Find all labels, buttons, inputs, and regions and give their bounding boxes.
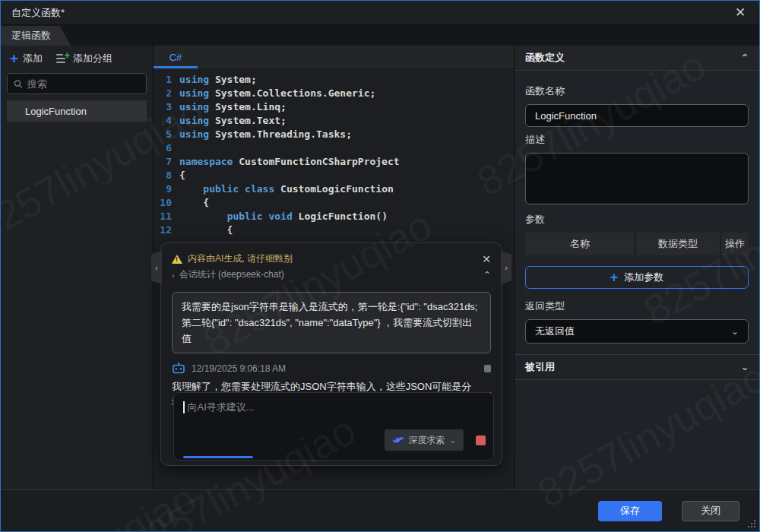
chevron-down-icon: ⌄ — [450, 436, 456, 445]
ai-message-timestamp: 12/19/2025 9:06:18 AM — [192, 363, 286, 374]
ai-chat-panel: ‹ › 内容由AI生成, 请仔细甄别 ✕ › 会话统计 (deepseek-ch… — [160, 242, 502, 466]
editor-tab-bar: C# — [154, 46, 514, 68]
close-button[interactable]: 关闭 — [682, 501, 739, 521]
code-line: 11 public void LogicFunction() — [154, 210, 514, 223]
custom-function-dialog: 自定义函数* ✕ 逻辑函数 + 添加 + 添加分组 — [0, 0, 760, 532]
code-line: 12 { — [154, 223, 514, 237]
function-definition-header[interactable]: 函数定义 ⌃ — [515, 46, 759, 71]
search-input[interactable] — [27, 78, 140, 90]
code-line: 2using System.Collections.Generic; — [154, 87, 514, 100]
code-line: 10 { — [154, 196, 514, 210]
ai-warning-text: 内容由AI生成, 请仔细甄别 — [188, 252, 293, 265]
input-placeholder: 向AI寻求建议... — [188, 401, 255, 414]
model-name: 深度求索 — [409, 434, 445, 447]
tab-csharp[interactable]: C# — [154, 46, 198, 68]
ai-warning-row: 内容由AI生成, 请仔细甄别 ✕ — [172, 252, 491, 265]
code-line: 9 public class CustomLogicFunction — [154, 182, 514, 196]
function-name-input[interactable] — [525, 104, 749, 127]
table-column-header: 操作 — [721, 233, 749, 255]
add-parameter-button[interactable]: + 添加参数 — [525, 266, 749, 289]
ai-message-meta: 12/19/2025 9:06:18 AM — [172, 363, 491, 375]
save-button[interactable]: 保存 — [598, 501, 662, 521]
return-type-select[interactable]: 无返回值 ⌄ — [525, 319, 749, 344]
chevron-down-icon: ⌄ — [731, 326, 739, 337]
code-line: 4using System.Text; — [154, 114, 514, 128]
session-stats-label: 会话统计 (deepseek-chat) — [179, 268, 284, 281]
window-close-icon[interactable]: ✕ — [732, 5, 749, 21]
list-item-function[interactable]: LogicFunction — [7, 100, 147, 122]
typing-progress-bar — [183, 456, 253, 458]
function-name-label: 函数名称 — [525, 84, 749, 98]
add-group-button[interactable]: + 添加分组 — [56, 52, 112, 65]
model-select-button[interactable]: 深度求索 ⌄ — [385, 429, 464, 451]
chevron-right-icon: › — [172, 271, 175, 280]
chat-close-icon[interactable]: ✕ — [482, 253, 491, 265]
function-definition-title: 函数定义 — [525, 51, 565, 65]
add-group-icon: + — [56, 53, 68, 64]
function-sidebar: + 添加 + 添加分组 LogicFunction — [1, 46, 154, 489]
stop-generation-button[interactable] — [476, 435, 486, 445]
session-stats-row[interactable]: › 会话统计 (deepseek-chat) ⌃ — [172, 268, 491, 281]
text-cursor — [183, 401, 185, 413]
search-icon — [14, 79, 23, 89]
add-group-label: 添加分组 — [73, 52, 112, 65]
referenced-section-header[interactable]: 被引用 ⌄ — [515, 354, 759, 380]
code-line: 6 — [154, 141, 514, 155]
code-line: 5using System.Threading.Tasks; — [154, 128, 514, 141]
search-box[interactable] — [7, 73, 147, 94]
resize-grip[interactable] — [747, 519, 756, 528]
chevron-down-icon: ⌄ — [741, 362, 749, 372]
deepseek-whale-icon — [392, 435, 404, 445]
code-line: 8{ — [154, 169, 514, 182]
ai-suggestion-input[interactable]: 向AI寻求建议... 深度求索 ⌄ — [173, 392, 494, 461]
plus-icon: + — [10, 53, 18, 64]
chat-collapse-up-icon[interactable]: ⌃ — [483, 270, 491, 280]
referenced-label: 被引用 — [525, 360, 555, 374]
sidebar-toolbar: + 添加 + 添加分组 — [1, 46, 153, 70]
add-function-button[interactable]: + 添加 — [10, 52, 43, 65]
parameters-table-header: 名称数据类型操作 — [525, 233, 749, 255]
table-column-header: 数据类型 — [636, 233, 721, 255]
function-definition-panel: 函数定义 ⌃ 函数名称 描述 参数 名称数据类型操作 + 添加参数 返回类型 无… — [515, 46, 759, 489]
title-bar: 自定义函数* ✕ — [1, 1, 759, 25]
chevron-up-icon[interactable]: ⌃ — [741, 52, 749, 63]
robot-icon — [172, 363, 185, 375]
chat-scrollbar-thumb[interactable] — [484, 365, 491, 372]
tab-logic-function[interactable]: 逻辑函数 — [1, 26, 71, 46]
window-title: 自定义函数* — [11, 6, 65, 20]
code-lines: 1using System;2using System.Collections.… — [154, 73, 514, 237]
document-tab-row: 逻辑函数 — [1, 25, 759, 46]
description-textarea[interactable] — [525, 153, 749, 204]
add-function-label: 添加 — [23, 52, 43, 65]
code-line: 7namespace CustomFunctionCSharpProject — [154, 155, 514, 169]
function-definition-body: 函数名称 描述 参数 名称数据类型操作 + 添加参数 返回类型 无返回值 ⌄ — [515, 71, 759, 344]
return-type-label: 返回类型 — [525, 299, 749, 313]
parameters-label: 参数 — [525, 213, 749, 226]
warning-icon — [172, 255, 182, 264]
user-message: 我需要的是json字符串是输入是流式的，第一轮是:{"id": "dsac321… — [172, 292, 491, 353]
add-parameter-label: 添加参数 — [624, 271, 663, 284]
input-placeholder-row: 向AI寻求建议... — [183, 401, 484, 414]
collapse-right-handle[interactable]: › — [501, 251, 511, 284]
code-line: 1using System; — [154, 73, 514, 87]
collapse-left-handle[interactable]: ‹ — [151, 251, 162, 284]
code-line: 3using System.Linq; — [154, 100, 514, 114]
input-controls: 深度求索 ⌄ — [385, 429, 486, 451]
return-type-value: 无返回值 — [535, 325, 575, 338]
function-list: LogicFunction — [1, 99, 153, 123]
dialog-footer: 保存 关闭 — [1, 489, 759, 531]
plus-icon: + — [610, 272, 619, 283]
description-label: 描述 — [525, 133, 749, 147]
table-column-header: 名称 — [525, 233, 636, 255]
